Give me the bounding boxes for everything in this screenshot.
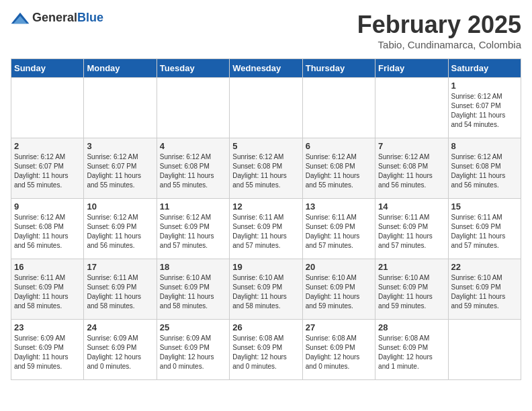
calendar-cell: 11Sunrise: 6:12 AM Sunset: 6:09 PM Dayli… bbox=[157, 199, 229, 259]
logo: GeneralBlue bbox=[11, 11, 103, 25]
calendar-cell: 1Sunrise: 6:12 AM Sunset: 6:07 PM Daylig… bbox=[448, 78, 521, 138]
calendar-cell bbox=[84, 78, 157, 138]
day-number: 21 bbox=[378, 262, 445, 272]
day-info: Sunrise: 6:08 AM Sunset: 6:09 PM Dayligh… bbox=[306, 334, 372, 371]
calendar-cell: 22Sunrise: 6:10 AM Sunset: 6:09 PM Dayli… bbox=[448, 259, 521, 320]
day-info: Sunrise: 6:11 AM Sunset: 6:09 PM Dayligh… bbox=[232, 213, 299, 250]
calendar-cell: 27Sunrise: 6:08 AM Sunset: 6:09 PM Dayli… bbox=[302, 320, 375, 380]
calendar-cell bbox=[157, 78, 229, 138]
day-info: Sunrise: 6:12 AM Sunset: 6:08 PM Dayligh… bbox=[232, 152, 299, 190]
calendar-cell: 8Sunrise: 6:12 AM Sunset: 6:08 PM Daylig… bbox=[448, 138, 521, 199]
day-number: 12 bbox=[232, 201, 299, 212]
day-number: 9 bbox=[14, 201, 81, 212]
day-info: Sunrise: 6:09 AM Sunset: 6:09 PM Dayligh… bbox=[14, 334, 81, 371]
day-number: 1 bbox=[451, 81, 518, 91]
day-info: Sunrise: 6:09 AM Sunset: 6:09 PM Dayligh… bbox=[87, 334, 153, 371]
header-friday: Friday bbox=[375, 59, 448, 78]
calendar-cell: 16Sunrise: 6:11 AM Sunset: 6:09 PM Dayli… bbox=[11, 259, 84, 320]
calendar-cell bbox=[230, 78, 302, 138]
day-info: Sunrise: 6:10 AM Sunset: 6:09 PM Dayligh… bbox=[451, 273, 518, 311]
calendar-cell: 3Sunrise: 6:12 AM Sunset: 6:07 PM Daylig… bbox=[84, 138, 157, 199]
day-number: 27 bbox=[306, 322, 372, 332]
day-info: Sunrise: 6:12 AM Sunset: 6:08 PM Dayligh… bbox=[160, 152, 226, 190]
day-info: Sunrise: 6:12 AM Sunset: 6:08 PM Dayligh… bbox=[378, 152, 445, 190]
day-info: Sunrise: 6:12 AM Sunset: 6:08 PM Dayligh… bbox=[306, 152, 372, 190]
day-number: 2 bbox=[14, 141, 81, 151]
calendar-cell: 28Sunrise: 6:08 AM Sunset: 6:09 PM Dayli… bbox=[375, 320, 448, 380]
day-number: 28 bbox=[378, 322, 445, 332]
day-number: 13 bbox=[306, 201, 372, 212]
day-info: Sunrise: 6:08 AM Sunset: 6:09 PM Dayligh… bbox=[378, 334, 445, 371]
day-number: 25 bbox=[160, 322, 226, 332]
calendar-cell bbox=[302, 78, 375, 138]
calendar-week-3: 9Sunrise: 6:12 AM Sunset: 6:08 PM Daylig… bbox=[11, 199, 521, 259]
calendar-cell: 20Sunrise: 6:10 AM Sunset: 6:09 PM Dayli… bbox=[302, 259, 375, 320]
day-info: Sunrise: 6:10 AM Sunset: 6:09 PM Dayligh… bbox=[378, 273, 445, 311]
logo-blue: Blue bbox=[77, 11, 103, 24]
day-number: 16 bbox=[14, 262, 81, 272]
calendar-cell: 19Sunrise: 6:10 AM Sunset: 6:09 PM Dayli… bbox=[230, 259, 302, 320]
day-info: Sunrise: 6:11 AM Sunset: 6:09 PM Dayligh… bbox=[14, 273, 81, 311]
calendar-header: Sunday Monday Tuesday Wednesday Thursday… bbox=[11, 59, 521, 78]
calendar-cell: 23Sunrise: 6:09 AM Sunset: 6:09 PM Dayli… bbox=[11, 320, 84, 380]
day-number: 11 bbox=[160, 201, 226, 212]
header-saturday: Saturday bbox=[448, 59, 521, 78]
calendar-cell: 14Sunrise: 6:11 AM Sunset: 6:09 PM Dayli… bbox=[375, 199, 448, 259]
header-wednesday: Wednesday bbox=[230, 59, 302, 78]
day-info: Sunrise: 6:12 AM Sunset: 6:08 PM Dayligh… bbox=[14, 213, 81, 250]
day-info: Sunrise: 6:11 AM Sunset: 6:09 PM Dayligh… bbox=[306, 213, 372, 250]
calendar-cell bbox=[448, 320, 521, 380]
calendar-cell: 24Sunrise: 6:09 AM Sunset: 6:09 PM Dayli… bbox=[84, 320, 157, 380]
day-info: Sunrise: 6:12 AM Sunset: 6:08 PM Dayligh… bbox=[451, 152, 518, 190]
calendar-cell bbox=[11, 78, 84, 138]
day-number: 8 bbox=[451, 141, 518, 151]
day-number: 15 bbox=[451, 201, 518, 212]
day-number: 14 bbox=[378, 201, 445, 212]
day-number: 26 bbox=[232, 322, 299, 332]
calendar-week-4: 16Sunrise: 6:11 AM Sunset: 6:09 PM Dayli… bbox=[11, 259, 521, 320]
calendar-cell: 21Sunrise: 6:10 AM Sunset: 6:09 PM Dayli… bbox=[375, 259, 448, 320]
calendar-cell: 2Sunrise: 6:12 AM Sunset: 6:07 PM Daylig… bbox=[11, 138, 84, 199]
calendar-cell: 6Sunrise: 6:12 AM Sunset: 6:08 PM Daylig… bbox=[302, 138, 375, 199]
day-number: 17 bbox=[87, 262, 153, 272]
calendar-cell: 4Sunrise: 6:12 AM Sunset: 6:08 PM Daylig… bbox=[157, 138, 229, 199]
day-number: 22 bbox=[451, 262, 518, 272]
calendar-cell: 18Sunrise: 6:10 AM Sunset: 6:09 PM Dayli… bbox=[157, 259, 229, 320]
day-number: 4 bbox=[160, 141, 226, 151]
day-number: 23 bbox=[14, 322, 81, 332]
day-info: Sunrise: 6:12 AM Sunset: 6:07 PM Dayligh… bbox=[87, 152, 153, 190]
calendar-subtitle: Tabio, Cundinamarca, Colombia bbox=[357, 39, 521, 50]
logo-general: General bbox=[32, 11, 77, 24]
calendar-cell: 26Sunrise: 6:08 AM Sunset: 6:09 PM Dayli… bbox=[230, 320, 302, 380]
calendar-cell: 15Sunrise: 6:11 AM Sunset: 6:09 PM Dayli… bbox=[448, 199, 521, 259]
calendar-cell: 12Sunrise: 6:11 AM Sunset: 6:09 PM Dayli… bbox=[230, 199, 302, 259]
header-monday: Monday bbox=[84, 59, 157, 78]
logo-icon bbox=[11, 11, 30, 25]
day-info: Sunrise: 6:08 AM Sunset: 6:09 PM Dayligh… bbox=[232, 334, 299, 371]
day-number: 6 bbox=[306, 141, 372, 151]
header-thursday: Thursday bbox=[302, 59, 375, 78]
header-sunday: Sunday bbox=[11, 59, 84, 78]
calendar-week-5: 23Sunrise: 6:09 AM Sunset: 6:09 PM Dayli… bbox=[11, 320, 521, 380]
header-row: Sunday Monday Tuesday Wednesday Thursday… bbox=[11, 59, 521, 78]
day-info: Sunrise: 6:12 AM Sunset: 6:07 PM Dayligh… bbox=[14, 152, 81, 190]
day-info: Sunrise: 6:10 AM Sunset: 6:09 PM Dayligh… bbox=[160, 273, 226, 311]
calendar-week-1: 1Sunrise: 6:12 AM Sunset: 6:07 PM Daylig… bbox=[11, 78, 521, 138]
day-number: 24 bbox=[87, 322, 153, 332]
day-info: Sunrise: 6:10 AM Sunset: 6:09 PM Dayligh… bbox=[306, 273, 372, 311]
calendar-cell: 9Sunrise: 6:12 AM Sunset: 6:08 PM Daylig… bbox=[11, 199, 84, 259]
calendar-cell bbox=[375, 78, 448, 138]
day-number: 3 bbox=[87, 141, 153, 151]
day-number: 7 bbox=[378, 141, 445, 151]
day-info: Sunrise: 6:10 AM Sunset: 6:09 PM Dayligh… bbox=[232, 273, 299, 311]
calendar-title: February 2025 bbox=[357, 11, 521, 39]
day-number: 20 bbox=[306, 262, 372, 272]
title-area: February 2025 Tabio, Cundinamarca, Colom… bbox=[357, 11, 521, 50]
day-number: 10 bbox=[87, 201, 153, 212]
day-info: Sunrise: 6:12 AM Sunset: 6:07 PM Dayligh… bbox=[451, 92, 518, 130]
logo-text: GeneralBlue bbox=[32, 11, 103, 25]
day-number: 5 bbox=[232, 141, 299, 151]
calendar-cell: 10Sunrise: 6:12 AM Sunset: 6:09 PM Dayli… bbox=[84, 199, 157, 259]
calendar-cell: 17Sunrise: 6:11 AM Sunset: 6:09 PM Dayli… bbox=[84, 259, 157, 320]
calendar-week-2: 2Sunrise: 6:12 AM Sunset: 6:07 PM Daylig… bbox=[11, 138, 521, 199]
